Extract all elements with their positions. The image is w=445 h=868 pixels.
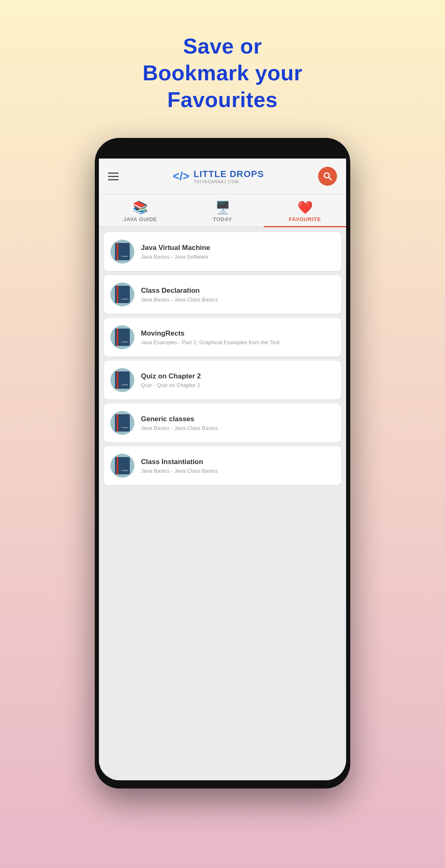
tab-favourite-icon: ❤️ [297,200,313,215]
list-item[interactable]: Quiz on Chapter 2 Quiz - Quiz on Chapter… [104,361,341,399]
item-text: MovingRects Java Examples - Part 2: Grap… [141,329,279,345]
book-icon [115,414,130,432]
item-subtitle: Java Basics - Java Class Basics [141,425,218,431]
hero-line2: Bookmark your [143,61,302,85]
search-icon [323,171,333,181]
item-title: Generic classes [141,415,218,423]
tab-today-label: TODAY [213,216,232,222]
item-icon [110,454,134,478]
logo-chevron-icon: </> [173,170,189,183]
item-icon [110,411,134,435]
book-icon [115,243,130,260]
menu-button[interactable] [108,173,119,180]
list-item[interactable]: Class Declaration Java Basics - Java Cla… [104,275,341,314]
search-button[interactable] [318,167,337,186]
tab-bar: 📚 JAVA GUIDE 🖥️ TODAY ❤️ FAVOURITE [99,194,346,227]
item-subtitle: Java Basics - Java Class Basics [141,296,218,303]
tab-today-icon: 🖥️ [215,200,230,215]
logo-text: LITTLE DROPS THIYAGARAAJ.COM [194,169,264,184]
tab-favourite-label: FAVOURITE [289,216,321,222]
favourites-list: Java Virtual Machine Java Basics - Java … [99,227,346,780]
book-icon [115,457,130,474]
item-text: Quiz on Chapter 2 Quiz - Quiz on Chapter… [141,372,201,388]
item-icon [110,240,134,264]
item-title: Java Virtual Machine [141,244,210,252]
logo-subtitle: THIYAGARAAJ.COM [194,180,264,184]
book-icon [115,329,130,346]
book-icon [115,371,130,389]
tab-today[interactable]: 🖥️ TODAY [181,194,264,226]
item-icon [110,368,134,392]
tab-java-guide-icon: 📚 [133,200,148,215]
tab-favourite[interactable]: ❤️ FAVOURITE [264,194,346,226]
hero-heading: Save or Bookmark your Favourites [143,33,302,113]
list-item[interactable]: Java Virtual Machine Java Basics - Java … [104,232,341,271]
phone-top-bar [95,138,350,159]
list-item[interactable]: MovingRects Java Examples - Part 2: Grap… [104,318,341,357]
logo-title: LITTLE DROPS [194,169,264,180]
item-title: Class Instantiation [141,458,218,466]
item-text: Class Declaration Java Basics - Java Cla… [141,287,218,303]
tab-java-guide[interactable]: 📚 JAVA GUIDE [99,194,181,226]
tab-java-guide-label: JAVA GUIDE [123,216,157,222]
hero-line3: Favourites [167,88,278,112]
item-text: Java Virtual Machine Java Basics - Java … [141,244,210,260]
item-subtitle: Java Examples - Part 2: Graphical Exampl… [141,339,279,345]
item-subtitle: Java Basics - Java Class Basics [141,468,218,474]
item-text: Generic classes Java Basics - Java Class… [141,415,218,431]
phone-screen: </> LITTLE DROPS THIYAGARAAJ.COM 📚 JAVA … [99,159,346,780]
logo-area: </> LITTLE DROPS THIYAGARAAJ.COM [173,169,264,184]
item-title: MovingRects [141,329,279,338]
item-subtitle: Java Basics - Java Software [141,254,210,260]
item-icon [110,325,134,349]
item-title: Quiz on Chapter 2 [141,372,201,380]
svg-line-1 [329,177,331,180]
item-title: Class Declaration [141,287,218,295]
book-icon [115,286,130,303]
item-subtitle: Quiz - Quiz on Chapter 2 [141,382,201,388]
list-item[interactable]: Generic classes Java Basics - Java Class… [104,404,341,442]
item-text: Class Instantiation Java Basics - Java C… [141,458,218,474]
list-item[interactable]: Class Instantiation Java Basics - Java C… [104,446,341,485]
phone-shell: </> LITTLE DROPS THIYAGARAAJ.COM 📚 JAVA … [95,138,350,789]
item-icon [110,282,134,306]
app-header: </> LITTLE DROPS THIYAGARAAJ.COM [99,159,346,194]
hero-line1: Save or [183,34,262,58]
